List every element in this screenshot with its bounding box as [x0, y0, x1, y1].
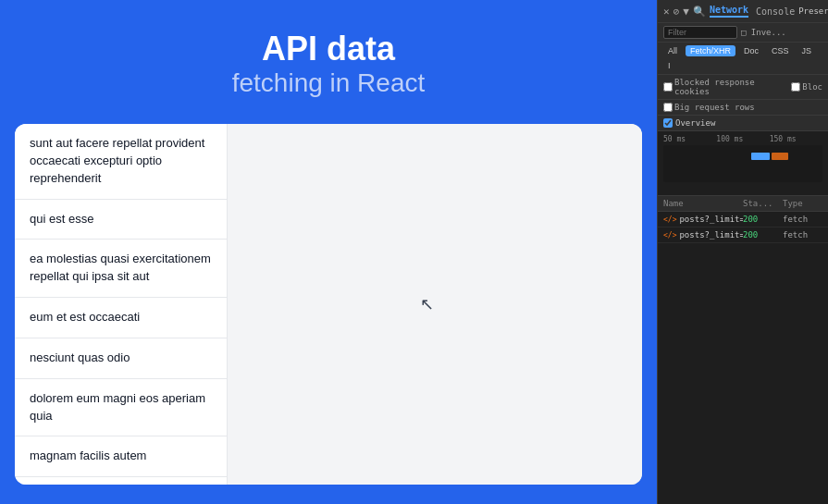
list-item: dolorem eum magni eos aperiam quia [15, 379, 227, 437]
devtools-options-row: Blocked response cookies Bloc [658, 75, 828, 100]
timeline-area: 50 ms 100 ms 150 ms [658, 131, 828, 196]
network-table: Name Sta... Type </> posts?_limit=8 200 … [658, 196, 828, 504]
devtools-filter-icon[interactable]: ▼ [683, 4, 689, 18]
devtools-toolbar: ✕ ⊘ ▼ 🔍 Network Console Preserve log [658, 0, 828, 23]
hero-line2: fetching in React [0, 68, 657, 98]
hero-line1: API data [0, 30, 657, 68]
devtools-settings-icon[interactable]: ⊘ [674, 4, 680, 18]
timeline-labels: 50 ms 100 ms 150 ms [663, 135, 822, 143]
type-btn-js[interactable]: JS [797, 45, 817, 56]
devtools-type-row: All Fetch/XHR Doc CSS JS I [658, 43, 828, 75]
overview-checkbox[interactable] [663, 118, 673, 128]
timeline-bar-orange [772, 153, 788, 160]
blocked-cookies-label: Blocked response cookies [674, 78, 787, 96]
devtools-close-icon[interactable]: ✕ [663, 4, 670, 18]
blocked-cookies-option[interactable]: Blocked response cookies [663, 78, 787, 96]
net-name: </> posts?_limit=8 [663, 215, 743, 224]
list-item: sunt aut facere repellat provident occae… [15, 124, 227, 200]
filter-input[interactable] [663, 26, 737, 39]
list-item: magnam facilis autem [15, 436, 227, 477]
devtools-search-icon[interactable]: 🔍 [693, 4, 706, 18]
list-item: qui est esse [15, 200, 227, 240]
tab-console[interactable]: Console [756, 6, 795, 17]
type-btn-doc[interactable]: Doc [739, 45, 763, 56]
timeline-label-150: 150 ms [770, 135, 822, 143]
overview-text: Overview [675, 118, 715, 128]
bloc-checkbox[interactable] [791, 82, 800, 92]
header-name: Name [663, 199, 743, 208]
list-item: eum et est occaecati [15, 298, 227, 338]
net-type: fetch [783, 230, 822, 240]
devtools-tabs: Network Console [710, 5, 795, 18]
net-status: 200 [743, 215, 783, 224]
bloc-label: Bloc [802, 82, 822, 92]
header-type: Type [783, 199, 822, 208]
list-item: dolorem dolore est ipsam [15, 477, 227, 485]
type-btn-all[interactable]: All [663, 45, 682, 56]
invert-label: □ Inve... [741, 28, 786, 37]
big-rows-option[interactable]: Big request rows [663, 103, 755, 112]
timeline-label-100: 100 ms [716, 135, 769, 143]
list-item: ea molestias quasi exercitationem repell… [15, 240, 227, 298]
net-name: </> posts?_limit=8 [663, 230, 743, 240]
network-row[interactable]: </> posts?_limit=8 200 fetch [658, 227, 828, 243]
net-name-text: posts?_limit=8 [679, 215, 743, 224]
net-icon: </> [663, 231, 676, 240]
bloc-option[interactable]: Bloc [791, 82, 822, 92]
preserve-label: Preserve log [798, 6, 828, 16]
type-btn-css[interactable]: CSS [767, 45, 794, 56]
big-rows-row: Big request rows [658, 100, 828, 116]
tab-network[interactable]: Network [710, 5, 748, 18]
timeline-bars [663, 145, 822, 182]
network-rows: </> posts?_limit=8 200 fetch </> posts?_… [658, 212, 828, 243]
devtools-panel: ✕ ⊘ ▼ 🔍 Network Console Preserve log □ I… [657, 0, 828, 504]
header-status: Sta... [743, 199, 783, 208]
net-type: fetch [783, 215, 822, 224]
net-status: 200 [743, 230, 783, 240]
type-btn-i[interactable]: I [663, 60, 675, 71]
overview-row: Overview [658, 116, 828, 131]
big-rows-checkbox[interactable] [663, 103, 673, 112]
net-name-text: posts?_limit=8 [679, 230, 743, 240]
main-area: API data fetching in React sunt aut face… [0, 0, 657, 504]
content-right: ↖ [228, 124, 642, 485]
hero-section: API data fetching in React [0, 0, 657, 124]
network-row[interactable]: </> posts?_limit=8 200 fetch [658, 212, 828, 227]
blocked-cookies-checkbox[interactable] [663, 82, 673, 92]
timeline-label-50: 50 ms [663, 135, 716, 143]
list-panel: sunt aut facere repellat provident occae… [15, 124, 228, 485]
net-icon: </> [663, 215, 676, 224]
network-table-header: Name Sta... Type [658, 196, 828, 212]
cursor-icon: ↖ [420, 294, 434, 314]
devtools-filter-row: □ Inve... [658, 23, 828, 43]
type-btn-fetch-xhr[interactable]: Fetch/XHR [686, 45, 735, 56]
list-item: nesciunt quas odio [15, 338, 227, 379]
timeline-bar-blue [751, 153, 770, 160]
content-card: sunt aut facere repellat provident occae… [15, 124, 642, 485]
big-rows-label: Big request rows [674, 103, 755, 112]
